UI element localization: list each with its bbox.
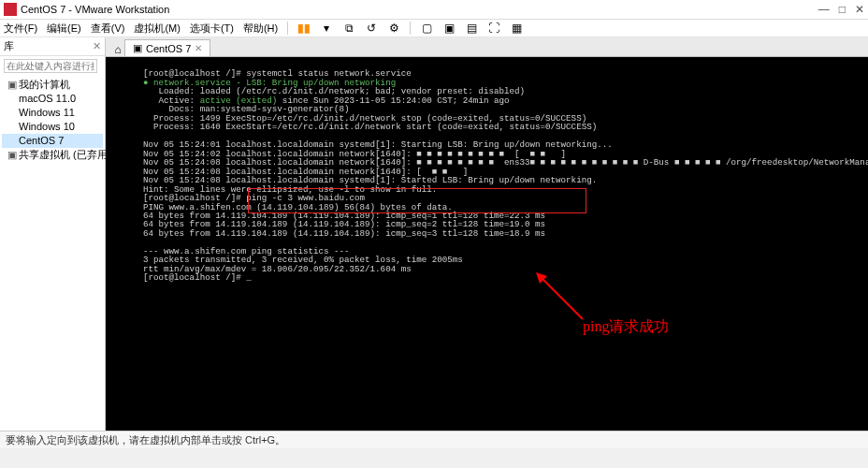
term-line: 64 bytes from 14.119.104.189 (14.119.104… [143,228,545,239]
revert-icon[interactable]: ↺ [365,22,378,35]
pause-icon[interactable]: ▮▮ [297,22,311,35]
menu-view[interactable]: 查看(V) [91,22,125,36]
status-bar: 要将输入定向到该虚拟机，请在虚拟机内部单击或按 Ctrl+G。 [0,431,868,448]
console-icon[interactable]: ▤ [465,22,478,35]
toolbar-separator [410,22,411,35]
fullscreen-icon[interactable]: ▢ [420,22,433,35]
menu-help[interactable]: 帮助(H) [243,22,278,36]
home-tab-icon[interactable]: ⌂ [111,43,124,56]
vm-tabs: ⌂ ▣ CentOS 7 ✕ [106,37,868,57]
menu-tabs[interactable]: 选项卡(T) [190,22,234,36]
window-titlebar: CentOS 7 - VMware Workstation — □ ✕ [0,0,868,20]
app-icon [4,3,17,16]
svg-line-0 [541,277,583,319]
tree-item-win10[interactable]: Windows 10 [2,120,103,134]
menu-file[interactable]: 文件(F) [4,22,37,36]
layout-icon[interactable]: ▦ [510,22,523,35]
menu-bar: 文件(F) 编辑(E) 查看(V) 虚拟机(M) 选项卡(T) 帮助(H) ▮▮… [0,20,868,37]
menu-vm[interactable]: 虚拟机(M) [134,22,181,36]
term-line: Process: 1640 ExecStart=/etc/rc.d/init.d… [143,122,597,132]
window-title: CentOS 7 - VMware Workstation [21,4,818,15]
tree-shared[interactable]: ▣共享虚拟机 (已弃用) [2,148,103,162]
minimize-button[interactable]: — [818,3,830,16]
tree-root[interactable]: ▣我的计算机 [2,78,103,92]
tree-item-centos7[interactable]: CentOS 7 [2,134,103,148]
unity-icon[interactable]: ▣ [442,22,456,35]
menu-edit[interactable]: 编辑(E) [47,22,81,36]
term-line: [root@localhost /]# _ [143,272,252,283]
library-sidebar: 库 ✕ ▣我的计算机 macOS 11.0 Windows 11 Windows… [0,37,106,431]
stretch-icon[interactable]: ⛶ [487,22,500,35]
terminal[interactable]: [root@localhost /]# systemctl status net… [106,57,868,431]
tab-centos7[interactable]: ▣ CentOS 7 ✕ [124,39,210,56]
tree-item-macos[interactable]: macOS 11.0 [2,92,103,106]
tab-label: CentOS 7 [146,43,191,54]
status-text: 要将输入定向到该虚拟机，请在虚拟机内部单击或按 Ctrl+G。 [6,433,285,447]
menu-separator [287,22,288,35]
sidebar-close-icon[interactable]: ✕ [93,40,101,52]
close-button[interactable]: ✕ [855,3,864,16]
svg-marker-1 [536,272,547,284]
vm-tree: ▣我的计算机 macOS 11.0 Windows 11 Windows 10 … [0,76,105,164]
manage-icon[interactable]: ⚙ [387,22,400,35]
sidebar-search-input[interactable] [4,59,97,73]
sidebar-title: 库 [4,39,14,53]
maximize-button[interactable]: □ [839,3,846,16]
dropdown-icon[interactable]: ▾ [320,22,333,35]
tab-close-icon[interactable]: ✕ [195,43,202,53]
tab-vm-icon: ▣ [133,42,142,54]
snapshot-icon[interactable]: ⧉ [342,22,355,35]
tree-item-win11[interactable]: Windows 11 [2,106,103,120]
main-area: ⌂ ▣ CentOS 7 ✕ [root@localhost /]# syste… [106,37,868,431]
annotation-text: ping请求成功 [583,319,669,334]
